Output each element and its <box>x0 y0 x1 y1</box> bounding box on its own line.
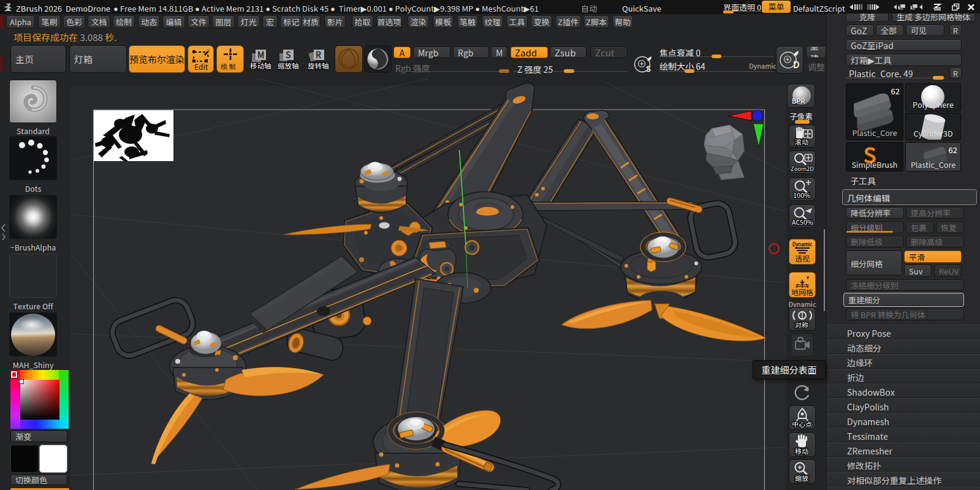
svg-text:缩放: 缩放 <box>795 473 808 483</box>
svg-text:旋转轴: 旋转轴 <box>308 61 329 70</box>
svg-text:M: M <box>257 48 264 61</box>
svg-text:AC50%: AC50% <box>792 217 813 227</box>
svg-text:D: D <box>793 58 799 70</box>
svg-text:对称: 对称 <box>795 320 808 330</box>
svg-text:移动轴: 移动轴 <box>250 61 271 70</box>
svg-text:Zoom2D: Zoom2D <box>791 164 814 173</box>
svg-text:Edit: Edit <box>194 61 208 72</box>
svg-text:绘 制: 绘 制 <box>221 61 235 71</box>
svg-text:100%: 100% <box>793 190 810 200</box>
svg-text:R: R <box>316 48 321 61</box>
svg-text:中心点: 中心点 <box>792 419 812 429</box>
svg-text:滚动: 滚动 <box>795 137 808 146</box>
svg-text:缩放轴: 缩放轴 <box>278 61 298 70</box>
svg-text:S: S <box>646 62 651 74</box>
svg-text:S: S <box>286 48 291 61</box>
svg-text:移动: 移动 <box>795 446 808 456</box>
